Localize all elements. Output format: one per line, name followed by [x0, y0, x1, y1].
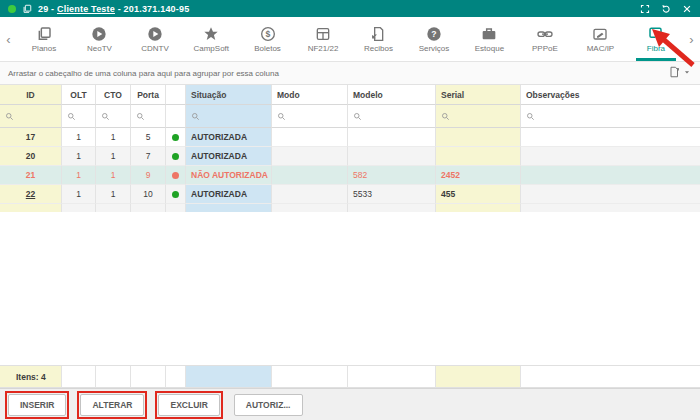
column-header-olt[interactable]: OLT: [62, 85, 96, 105]
edit-doc-icon: [592, 25, 608, 42]
cell-status: [166, 166, 186, 185]
search-icon: [136, 112, 145, 121]
svg-text:?: ?: [431, 29, 436, 39]
column-header-cto[interactable]: CTO: [96, 85, 131, 105]
cell-obs: [521, 166, 700, 185]
tab-campsoft[interactable]: CampSoft: [189, 17, 233, 61]
question-circle-icon: ?: [426, 25, 442, 42]
filter-input-serial[interactable]: [436, 105, 521, 128]
refresh-icon[interactable]: [661, 4, 671, 14]
filter-input-olt[interactable]: [62, 105, 96, 128]
column-header-modo[interactable]: Modo: [272, 85, 348, 105]
tab-servi-os[interactable]: ?Serviços: [413, 17, 455, 61]
copy-icon[interactable]: [22, 4, 32, 14]
column-header-modelo[interactable]: Modelo: [348, 85, 436, 105]
filter-input-situacao[interactable]: [186, 105, 272, 128]
table-row[interactable]: 221110AUTORIZADA5533455: [0, 185, 700, 204]
summary-cell: [436, 366, 521, 388]
filter-input-porta[interactable]: [131, 105, 166, 128]
briefcase-icon: [481, 25, 497, 42]
search-icon: [101, 112, 110, 121]
cell-situacao: AUTORIZADA: [186, 185, 272, 204]
tab-bar: ‹ PlanosNeoTVCDNTVCampSoft$BoletosNF21/2…: [0, 17, 700, 62]
table-row[interactable]: 21119NÃO AUTORIZADA5822452: [0, 166, 700, 185]
client-name-link[interactable]: Cliente Teste: [57, 4, 115, 14]
cell-status: [166, 185, 186, 204]
cell-porta: 7: [131, 147, 166, 166]
column-header-id[interactable]: ID: [0, 85, 62, 105]
tab-label: Estoque: [475, 44, 504, 53]
cell-empty: [436, 204, 521, 212]
grid-header-row: IDOLTCTOPortaSituaçãoModoModeloSerialObs…: [0, 85, 700, 105]
cell-serial: [436, 147, 521, 166]
tab-boletos[interactable]: $Boletos: [247, 17, 289, 61]
tab-cdntv[interactable]: CDNTV: [134, 17, 176, 61]
window-controls: [640, 4, 692, 14]
search-icon: [277, 112, 286, 121]
red-box-annotation: EXCLUIR: [155, 391, 222, 419]
tabs-scroll-left-icon[interactable]: ‹: [2, 17, 15, 61]
tab-recibos[interactable]: Recibos: [357, 17, 399, 61]
tab-pppoe[interactable]: PPPoE: [524, 17, 566, 61]
fiber-device-icon: [648, 25, 664, 42]
cell-modo: [272, 185, 348, 204]
tabs-scroll-right-icon[interactable]: ›: [685, 17, 698, 61]
tab-nf21-22[interactable]: NF21/22: [302, 17, 344, 61]
tab-planos[interactable]: Planos: [23, 17, 65, 61]
filter-input-obs[interactable]: [521, 105, 700, 128]
tab-label: MAC/IP: [587, 44, 615, 53]
dollar-circle-icon: $: [260, 25, 276, 42]
alterar-button[interactable]: ALTERAR: [80, 394, 144, 416]
authorized-dot-icon: [172, 134, 179, 141]
authorized-dot-icon: [172, 191, 179, 198]
cell-empty: [96, 204, 131, 212]
tab-label: Serviços: [419, 44, 450, 53]
column-header-status[interactable]: [166, 85, 186, 105]
cell-cto: 1: [96, 185, 131, 204]
cell-situacao: AUTORIZADA: [186, 128, 272, 147]
excluir-button[interactable]: EXCLUIR: [158, 394, 219, 416]
cell-serial: 455: [436, 185, 521, 204]
cell-status: [166, 128, 186, 147]
table-row[interactable]: 17115AUTORIZADA: [0, 128, 700, 147]
link-icon: [537, 25, 553, 42]
cell-cto: 1: [96, 166, 131, 185]
search-icon: [5, 112, 14, 121]
not-authorized-dot-icon: [172, 172, 179, 179]
tab-estoque[interactable]: Estoque: [468, 17, 510, 61]
fullscreen-icon[interactable]: [640, 4, 650, 14]
table-row[interactable]: 20117AUTORIZADA: [0, 147, 700, 166]
summary-cell: [521, 366, 700, 388]
items-count: Itens: 4: [0, 366, 62, 388]
column-header-obs[interactable]: Observações: [521, 85, 700, 105]
cell-porta: 10: [131, 185, 166, 204]
column-header-porta[interactable]: Porta: [131, 85, 166, 105]
export-menu[interactable]: [668, 66, 692, 80]
tab-mac-ip[interactable]: MAC/IP: [579, 17, 621, 61]
cell-empty: [186, 204, 272, 212]
receipt-icon: [370, 25, 386, 42]
filter-input-modo[interactable]: [272, 105, 348, 128]
column-header-serial[interactable]: Serial: [436, 85, 521, 105]
autoriz-button[interactable]: AUTORIZ...: [234, 394, 303, 416]
cell-modo: [272, 147, 348, 166]
play-circle-icon: [91, 25, 107, 42]
online-status-icon: [8, 5, 16, 13]
group-by-hint: Arrastar o cabeçalho de uma coluna para …: [8, 69, 279, 78]
cell-empty: [0, 204, 62, 212]
tab-label: PPPoE: [532, 44, 558, 53]
play-circle-icon: [147, 25, 163, 42]
close-icon[interactable]: [682, 4, 692, 14]
filter-input-cto[interactable]: [96, 105, 131, 128]
tab-neotv[interactable]: NeoTV: [78, 17, 120, 61]
cell-situacao: AUTORIZADA: [186, 147, 272, 166]
cell-id: 22: [0, 185, 62, 204]
filter-input-modelo[interactable]: [348, 105, 436, 128]
tab-fibra[interactable]: Fibra: [635, 17, 677, 61]
filter-input-id[interactable]: [0, 105, 62, 128]
column-header-situacao[interactable]: Situação: [186, 85, 272, 105]
empty-row: [0, 204, 700, 212]
group-by-bar[interactable]: Arrastar o cabeçalho de uma coluna para …: [0, 62, 700, 85]
inserir-button[interactable]: INSERIR: [8, 394, 66, 416]
cell-id: 17: [0, 128, 62, 147]
